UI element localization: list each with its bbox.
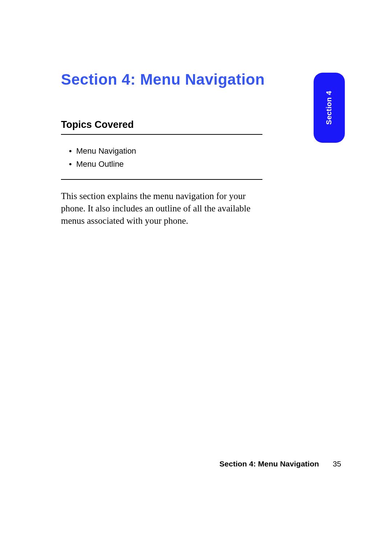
topics-list-item: Menu Navigation [69,146,341,156]
section-tab: Section 4 [314,73,345,143]
divider-bottom [61,179,262,180]
footer-page-number: 35 [333,460,341,468]
page-footer: Section 4: Menu Navigation 35 [0,460,341,468]
topics-list-item: Menu Outline [69,159,341,169]
topics-heading: Topics Covered [61,119,341,130]
footer-title: Section 4: Menu Navigation [220,460,319,468]
body-paragraph: This section explains the menu navigatio… [61,190,268,227]
section-title: Section 4: Menu Navigation [61,71,341,88]
section-tab-label: Section 4 [325,91,334,125]
divider-top [61,134,262,135]
topics-list: Menu Navigation Menu Outline [61,146,341,169]
page-container: Section 4: Menu Navigation Section 4 Top… [0,0,392,227]
